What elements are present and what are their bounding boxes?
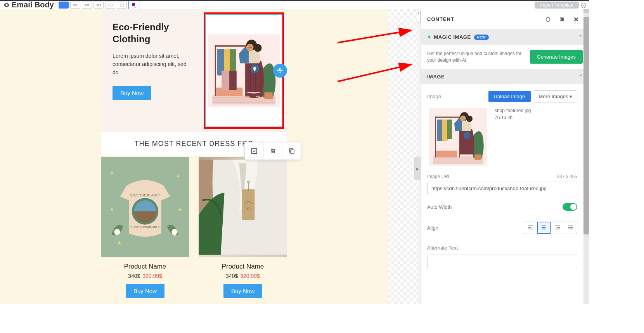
product-name: Product Name <box>199 263 287 271</box>
old-price: 340$ <box>226 273 238 279</box>
align-justify-icon[interactable] <box>564 222 577 234</box>
properties-sidebar: ▸ CONTENT ✦ MAGIC IMAGE NEW ⌃ Get the pe… <box>421 9 589 304</box>
product-card: Product Name 340$320.99$ Buy Now <box>199 157 287 298</box>
svg-rect-57 <box>561 18 564 21</box>
product-image-1: SAVE THE PLANET SHOP SUSTAINABLE <box>101 157 189 257</box>
image-thumbnail[interactable] <box>427 108 489 166</box>
sidebar-scrollbar[interactable] <box>583 9 589 304</box>
svg-rect-15 <box>215 45 246 47</box>
magic-image-title: MAGIC IMAGE <box>434 34 471 40</box>
svg-rect-12 <box>212 100 275 101</box>
svg-rect-22 <box>229 71 237 90</box>
svg-point-48 <box>171 229 177 235</box>
svg-text:SHOP SUSTAINABLE: SHOP SUSTAINABLE <box>130 225 159 229</box>
hero-buy-button[interactable]: Buy Now <box>113 86 151 100</box>
delete-content-icon[interactable] <box>541 12 555 26</box>
svg-rect-54 <box>291 150 294 153</box>
filename: shop-featured.jpg <box>495 108 531 113</box>
svg-rect-21 <box>222 71 229 90</box>
page-title: Email Body <box>12 0 54 9</box>
magic-image-accordion[interactable]: ✦ MAGIC IMAGE NEW ⌃ <box>421 29 589 45</box>
chevron-up-icon: ⌃ <box>578 34 583 40</box>
svg-rect-63 <box>435 117 436 158</box>
align-center-icon[interactable] <box>537 222 551 234</box>
tool-3[interactable] <box>82 2 92 9</box>
new-badge: NEW <box>474 35 489 40</box>
svg-line-56 <box>338 64 411 82</box>
upload-image-button[interactable]: Upload Image <box>488 91 531 102</box>
svg-text:SAVE THE PLANET: SAVE THE PLANET <box>130 193 160 197</box>
confirm-icon[interactable] <box>245 142 263 160</box>
delete-icon[interactable] <box>263 142 282 160</box>
move-handle[interactable] <box>273 64 287 78</box>
import-template-button[interactable]: Import Template <box>535 2 579 9</box>
new-price: 320.99$ <box>240 273 260 279</box>
svg-rect-16 <box>215 45 216 96</box>
element-toolbar <box>244 142 301 160</box>
svg-point-72 <box>466 116 473 122</box>
svg-rect-13 <box>212 102 275 103</box>
svg-point-47 <box>114 229 120 235</box>
svg-point-33 <box>254 44 262 52</box>
alt-text-input[interactable] <box>427 255 577 268</box>
generate-images-button[interactable]: Generate Images <box>530 50 583 64</box>
duplicate-icon[interactable] <box>282 142 301 160</box>
svg-rect-4 <box>97 4 98 6</box>
image-url-input[interactable] <box>427 182 577 195</box>
product-buy-button[interactable]: Buy Now <box>126 284 164 298</box>
image-section-title: IMAGE <box>427 74 445 80</box>
align-left-icon[interactable] <box>524 222 537 234</box>
scroll-up-icon[interactable]: ▴ <box>417 11 421 23</box>
more-images-button[interactable]: More Images ▾ <box>534 90 578 102</box>
svg-point-71 <box>460 116 466 121</box>
product-buy-button[interactable]: Buy Now <box>223 284 262 298</box>
svg-rect-68 <box>475 154 481 160</box>
svg-point-32 <box>246 44 254 51</box>
svg-line-55 <box>338 30 411 43</box>
image-label: Image <box>427 94 488 99</box>
svg-rect-61 <box>436 151 457 158</box>
auto-width-label: Auto Width <box>427 204 563 210</box>
duplicate-content-icon[interactable] <box>555 12 569 26</box>
tool-4[interactable] <box>93 2 104 9</box>
visibility-icon <box>3 2 10 9</box>
align-right-icon[interactable] <box>551 222 564 234</box>
hero-illustration <box>208 16 280 125</box>
product-name: Product Name <box>101 263 189 271</box>
code-toggle[interactable]: {-} <box>581 2 586 8</box>
align-label: Align <box>427 225 524 231</box>
svg-rect-66 <box>442 120 448 141</box>
tool-block[interactable] <box>59 2 69 9</box>
alt-text-label: Alternate Text <box>427 245 577 251</box>
tool-2[interactable] <box>70 2 80 9</box>
svg-rect-50 <box>242 189 254 220</box>
svg-rect-14 <box>216 88 243 96</box>
canvas[interactable]: Eco-Friendly Clothing Lorem ipsum dolor … <box>0 9 417 304</box>
svg-rect-35 <box>245 96 249 97</box>
tool-cursor[interactable] <box>128 1 140 9</box>
close-sidebar-icon[interactable] <box>569 12 583 26</box>
old-price: 340$ <box>128 273 140 279</box>
svg-rect-23 <box>264 92 272 99</box>
svg-rect-1 <box>73 5 77 6</box>
hero-body: Lorem ipsum dolor sit amet, consectetur … <box>113 52 193 76</box>
breadcrumb-bar: Email Body Import Template {-} <box>0 1 589 9</box>
product-image-2 <box>199 157 287 257</box>
tool-6[interactable] <box>117 2 127 9</box>
tool-5[interactable] <box>105 2 115 9</box>
svg-rect-5 <box>98 4 99 6</box>
collapse-sidebar-icon[interactable]: ▸ <box>414 157 421 180</box>
svg-rect-53 <box>251 148 257 154</box>
new-price: 320.99$ <box>142 273 162 279</box>
svg-rect-67 <box>447 120 452 139</box>
selected-image-block[interactable] <box>204 12 284 129</box>
svg-rect-36 <box>256 96 260 97</box>
image-accordion[interactable]: IMAGE ⌃ <box>421 69 589 84</box>
svg-rect-0 <box>73 4 77 5</box>
chevron-up-icon: ⌃ <box>578 74 583 80</box>
hero-row: Eco-Friendly Clothing Lorem ipsum dolor … <box>101 9 287 132</box>
svg-point-69 <box>464 132 471 139</box>
svg-rect-2 <box>85 4 87 6</box>
svg-rect-3 <box>87 4 89 6</box>
auto-width-toggle[interactable] <box>563 203 577 211</box>
